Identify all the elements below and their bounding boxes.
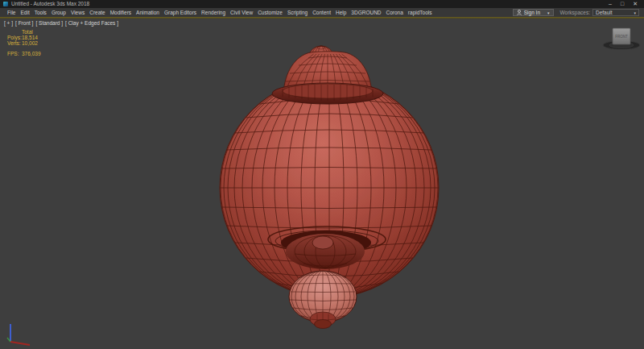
viewport-statistics: Total Polys:18,514 Verts:10,002 FPS:376,… [7, 29, 41, 56]
menu-rapidtools[interactable]: rapidTools [406, 8, 435, 17]
workspaces-value: Default [596, 10, 613, 15]
3dsmax-window: Untitled - Autodesk 3ds Max 2018 – □ ✕ F… [0, 0, 644, 349]
viewcube-face-label: FRONT [615, 35, 628, 39]
menu-group[interactable]: Group [49, 8, 68, 17]
menu-scripting[interactable]: Scripting [285, 8, 310, 17]
viewcube[interactable]: FRONT [600, 23, 643, 55]
app-icon-3dsmax [3, 2, 8, 6]
menu-animation[interactable]: Animation [134, 8, 162, 17]
menu-civil-view[interactable]: Civil View [228, 8, 255, 17]
menu-customize[interactable]: Customize [255, 8, 285, 17]
close-button[interactable]: ✕ [633, 0, 638, 8]
workspaces-label: Workspaces: [560, 10, 590, 15]
viewport-menu-shading[interactable]: [ Clay + Edged Faces ] [65, 20, 118, 26]
menu-file[interactable]: File [5, 8, 18, 17]
stats-polys-value: 18,514 [22, 35, 38, 40]
stats-verts-label: Verts: [7, 40, 22, 46]
menu-create[interactable]: Create [87, 8, 108, 17]
stats-polys-label: Polys: [7, 35, 22, 40]
menu-modifiers[interactable]: Modifiers [108, 8, 134, 17]
chevron-down-icon: ▾ [547, 10, 550, 15]
viewport-menu-pov[interactable]: [ Front ] [15, 20, 33, 26]
viewport-menu-general[interactable]: [ + ] [4, 20, 13, 26]
menu-graph-editors[interactable]: Graph Editors [162, 8, 199, 17]
axis-x-red [10, 342, 30, 345]
viewport-front[interactable]: [ + ] [ Front ] [ Standard ] [ Clay + Ed… [0, 19, 644, 349]
viewport-label: [ + ] [ Front ] [ Standard ] [ Clay + Ed… [4, 20, 118, 26]
sign-in-button[interactable]: Sign In ▾ [513, 9, 554, 16]
menu-corona[interactable]: Corona [384, 8, 406, 17]
workspaces-control: Workspaces: Default ▾ [560, 9, 639, 16]
minimize-button[interactable]: – [609, 0, 612, 8]
chevron-down-icon: ▾ [634, 10, 636, 15]
viewport-3d-object[interactable] [0, 19, 644, 349]
menu-edit[interactable]: Edit [18, 8, 31, 17]
stats-total-header: Total [22, 29, 33, 35]
workspaces-dropdown[interactable]: Default ▾ [592, 9, 639, 16]
window-title: Untitled - Autodesk 3ds Max 2018 [11, 0, 89, 8]
stats-verts-value: 10,002 [22, 40, 38, 46]
menu-3dground[interactable]: 3DGROUND [349, 8, 383, 17]
menu-help[interactable]: Help [333, 8, 349, 17]
world-axis-gizmo [5, 322, 34, 347]
menu-content[interactable]: Content [310, 8, 333, 17]
sign-in-label: Sign In [524, 10, 540, 15]
menu-tools[interactable]: Tools [32, 8, 49, 17]
stats-fps-value: 376,039 [22, 51, 41, 56]
viewport-menu-render-preset[interactable]: [ Standard ] [35, 20, 63, 26]
menu-bar: File Edit Tools Group Views Create Modif… [0, 8, 644, 17]
person-icon [517, 10, 522, 15]
title-bar: Untitled - Autodesk 3ds Max 2018 – □ ✕ [0, 0, 644, 8]
menu-rendering[interactable]: Rendering [199, 8, 228, 17]
maximize-button[interactable]: □ [621, 0, 624, 8]
stats-fps-label: FPS: [7, 51, 22, 56]
menu-views[interactable]: Views [68, 8, 87, 17]
